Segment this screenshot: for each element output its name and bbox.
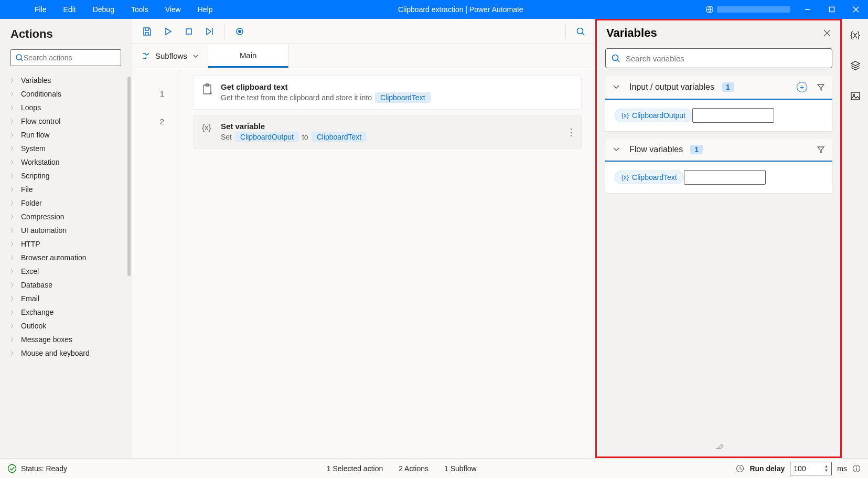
action-category[interactable]: 〉Variables	[10, 73, 126, 87]
flow-step[interactable]: AGet clipboard textGet the text from the…	[193, 76, 582, 110]
action-category[interactable]: 〉HTTP	[10, 237, 126, 251]
action-category[interactable]: 〉Outlook	[10, 319, 126, 333]
action-category[interactable]: 〉Workstation	[10, 155, 126, 169]
close-button[interactable]	[844, 0, 868, 19]
search-icon	[15, 54, 24, 62]
action-category[interactable]: 〉Flow control	[10, 114, 126, 128]
chevron-right-icon: 〉	[10, 131, 16, 139]
line-numbers: 12	[132, 68, 179, 458]
filter-icon[interactable]	[817, 145, 825, 154]
action-category[interactable]: 〉UI automation	[10, 224, 126, 237]
step-description: Set ClipboardOutput to ClipboardText	[221, 132, 573, 142]
io-variables-header[interactable]: Input / output variables 1 +	[605, 76, 832, 100]
chevron-right-icon: 〉	[10, 172, 16, 180]
chevron-right-icon: 〉	[10, 240, 16, 248]
action-category[interactable]: 〉Conditionals	[10, 87, 126, 101]
run-delay-input[interactable]: 100 ▲▼	[790, 462, 832, 475]
action-category[interactable]: 〉Message boxes	[10, 333, 126, 346]
svg-text:A: A	[209, 90, 212, 95]
chevron-right-icon: 〉	[10, 227, 16, 235]
menu-file[interactable]: File	[26, 1, 55, 18]
variables-search[interactable]	[605, 48, 832, 68]
action-category[interactable]: 〉Email	[10, 292, 126, 305]
chevron-right-icon: 〉	[10, 309, 16, 316]
actions-list[interactable]: 〉Variables〉Conditionals〉Loops〉Flow contr…	[0, 73, 132, 458]
chevron-down-icon	[613, 83, 620, 91]
menu-debug[interactable]: Debug	[84, 1, 123, 18]
action-category[interactable]: 〉File	[10, 183, 126, 196]
tab-main[interactable]: Main	[208, 44, 289, 68]
record-button[interactable]	[230, 22, 249, 41]
flow-canvas: 12 AGet clipboard textGet the text from …	[132, 68, 595, 458]
maximize-button[interactable]	[820, 0, 844, 19]
io-variables-section: Input / output variables 1 + {x}Clipboar…	[605, 76, 832, 131]
svg-point-11	[577, 28, 583, 34]
step-button[interactable]	[200, 22, 219, 41]
minimize-button[interactable]	[796, 0, 820, 19]
close-variables-button[interactable]	[823, 29, 831, 37]
step-more-button[interactable]: ⋮	[566, 126, 576, 138]
menu-help[interactable]: Help	[189, 1, 221, 18]
window-title: Clipboard extraction | Power Automate	[221, 5, 700, 14]
actions-search-input[interactable]	[24, 54, 116, 62]
status-subflows: 1 Subflow	[444, 464, 476, 473]
run-delay-label: Run delay	[749, 464, 785, 473]
menu-edit[interactable]: Edit	[55, 1, 84, 18]
action-category[interactable]: 〉Compression	[10, 210, 126, 224]
action-category[interactable]: 〉Folder	[10, 196, 126, 210]
svg-rect-7	[186, 29, 191, 34]
filter-icon[interactable]	[817, 83, 825, 91]
menu-tools[interactable]: Tools	[123, 1, 157, 18]
rail-layers-button[interactable]	[846, 57, 864, 75]
chevron-right-icon: 〉	[10, 104, 16, 112]
chevron-right-icon: 〉	[10, 118, 16, 125]
run-button[interactable]	[158, 22, 177, 41]
action-category[interactable]: 〉Loops	[10, 101, 126, 114]
eraser-icon[interactable]	[714, 441, 724, 451]
action-category[interactable]: 〉Run flow	[10, 128, 126, 142]
chevron-right-icon: 〉	[10, 349, 16, 357]
titlebar: File Edit Debug Tools View Help Clipboar…	[0, 0, 868, 19]
svg-rect-20	[851, 92, 860, 100]
variables-footer	[596, 436, 842, 458]
action-category[interactable]: 〉Scripting	[10, 169, 126, 183]
scrollbar[interactable]	[127, 77, 131, 276]
actions-panel: Actions 〉Variables〉Conditionals〉Loops〉Fl…	[0, 19, 132, 458]
save-button[interactable]	[137, 22, 156, 41]
variable-clipboardoutput[interactable]: {x}ClipboardOutput	[615, 109, 692, 122]
chevron-right-icon: 〉	[10, 77, 16, 84]
svg-point-26	[856, 466, 857, 467]
action-category[interactable]: 〉Exchange	[10, 305, 126, 319]
rail-images-button[interactable]	[846, 87, 864, 105]
add-io-variable-button[interactable]: +	[797, 82, 807, 92]
chevron-right-icon: 〉	[10, 158, 16, 166]
flow-variables-header[interactable]: Flow variables 1	[605, 139, 832, 162]
stop-button[interactable]	[179, 22, 198, 41]
svg-point-10	[238, 30, 241, 33]
status-text: Status: Ready	[21, 464, 67, 473]
rail-variables-button[interactable]: {x}	[846, 26, 864, 44]
action-category[interactable]: 〉Excel	[10, 264, 126, 278]
flow-step[interactable]: {x}Set variableSet ClipboardOutput to Cl…	[193, 115, 582, 149]
clock-icon	[736, 464, 744, 473]
environment-badge[interactable]	[700, 5, 796, 14]
subflow-icon	[142, 52, 150, 60]
flow-variables-section: Flow variables 1 {x}ClipboardText	[605, 139, 832, 193]
action-category[interactable]: 〉System	[10, 142, 126, 155]
chevron-right-icon: 〉	[10, 336, 16, 344]
variable-clipboardtext[interactable]: {x}ClipboardText	[615, 171, 684, 184]
steps-list: AGet clipboard textGet the text from the…	[179, 68, 595, 458]
actions-search[interactable]	[10, 49, 121, 66]
subflows-dropdown[interactable]: Subflows	[132, 44, 208, 68]
step-icon: A	[202, 83, 213, 95]
menu-view[interactable]: View	[157, 1, 189, 18]
action-category[interactable]: 〉Mouse and keyboard	[10, 346, 126, 360]
svg-point-22	[8, 464, 16, 472]
action-category[interactable]: 〉Browser automation	[10, 251, 126, 264]
variables-search-input[interactable]	[626, 54, 827, 63]
svg-line-12	[582, 33, 584, 35]
info-icon[interactable]	[852, 464, 861, 473]
search-flow-button[interactable]	[571, 22, 590, 41]
action-category[interactable]: 〉Database	[10, 278, 126, 292]
svg-point-18	[613, 55, 618, 61]
